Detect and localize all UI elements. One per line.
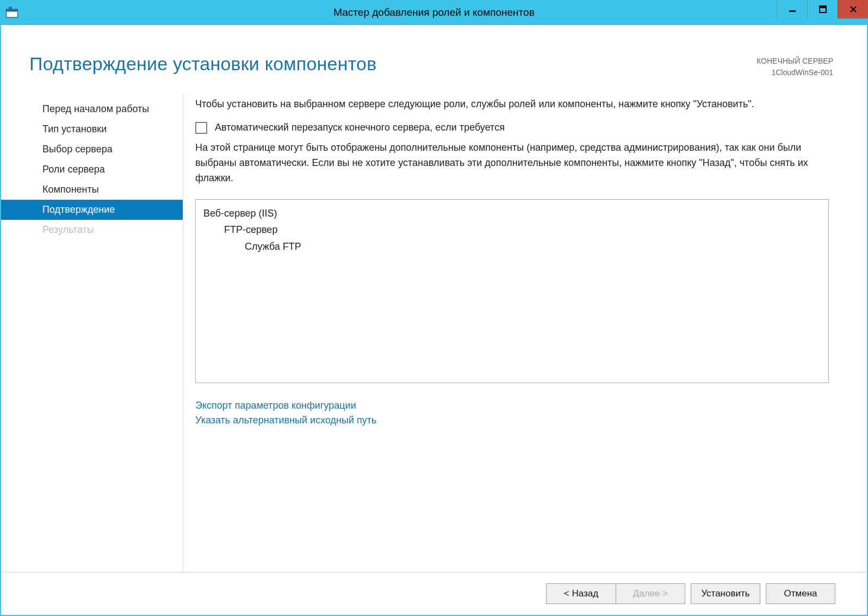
next-button: Далее > bbox=[616, 583, 685, 604]
intro-text: Чтобы установить на выбранном сервере сл… bbox=[195, 97, 829, 112]
cancel-button[interactable]: Отмена bbox=[766, 583, 835, 604]
svg-rect-2 bbox=[9, 7, 12, 10]
titlebar: Мастер добавления ролей и компонентов bbox=[0, 0, 868, 25]
restart-checkbox-label: Автоматический перезапуск конечного серв… bbox=[215, 122, 505, 133]
sidebar: Перед началом работы Тип установки Выбор… bbox=[1, 94, 183, 572]
maximize-button[interactable] bbox=[807, 0, 838, 19]
restart-checkbox-row[interactable]: Автоматический перезапуск конечного серв… bbox=[195, 122, 829, 134]
page-title: Подтверждение установки компонентов bbox=[29, 53, 376, 75]
body: Перед началом работы Тип установки Выбор… bbox=[1, 84, 867, 572]
svg-rect-5 bbox=[820, 6, 826, 8]
svg-rect-3 bbox=[789, 10, 796, 12]
sidebar-item-results: Результаты bbox=[1, 220, 183, 240]
restart-checkbox[interactable] bbox=[195, 122, 207, 134]
svg-rect-1 bbox=[7, 9, 18, 12]
target-name: 1CloudWinSe-001 bbox=[757, 67, 833, 78]
target-label: КОНЕЧНЫЙ СЕРВЕР bbox=[757, 56, 833, 67]
sidebar-item-install-type[interactable]: Тип установки bbox=[1, 119, 183, 139]
export-config-link[interactable]: Экспорт параметров конфигурации bbox=[195, 398, 829, 413]
nav-button-pair: < Назад Далее > bbox=[546, 583, 685, 604]
window-title: Мастер добавления ролей и компонентов bbox=[333, 7, 535, 19]
feature-item: Служба FTP bbox=[203, 238, 821, 255]
install-button[interactable]: Установить bbox=[691, 583, 760, 604]
content: Подтверждение установки компонентов КОНЕ… bbox=[0, 25, 868, 616]
sidebar-item-server-roles[interactable]: Роли сервера bbox=[1, 159, 183, 180]
window-controls bbox=[777, 0, 868, 19]
feature-list[interactable]: Веб-сервер (IIS) FTP-сервер Служба FTP bbox=[195, 199, 829, 383]
minimize-button[interactable] bbox=[777, 0, 807, 19]
sidebar-item-features[interactable]: Компоненты bbox=[1, 180, 183, 200]
main: Чтобы установить на выбранном сервере сл… bbox=[183, 94, 867, 572]
feature-item: Веб-сервер (IIS) bbox=[203, 205, 821, 222]
target-server: КОНЕЧНЫЙ СЕРВЕР 1CloudWinSe-001 bbox=[757, 53, 833, 78]
header: Подтверждение установки компонентов КОНЕ… bbox=[1, 25, 867, 84]
back-button[interactable]: < Назад bbox=[546, 583, 616, 604]
sidebar-item-server-select[interactable]: Выбор сервера bbox=[1, 139, 183, 159]
sidebar-item-confirmation[interactable]: Подтверждение bbox=[1, 200, 183, 220]
note-text: На этой странице могут быть отображены д… bbox=[195, 140, 829, 186]
close-button[interactable] bbox=[838, 0, 868, 19]
footer: < Назад Далее > Установить Отмена bbox=[1, 572, 867, 615]
sidebar-item-before-begin[interactable]: Перед началом работы bbox=[1, 99, 183, 119]
alt-source-link[interactable]: Указать альтернативный исходный путь bbox=[195, 413, 829, 428]
app-icon bbox=[5, 6, 18, 19]
feature-item: FTP-сервер bbox=[203, 221, 821, 238]
links: Экспорт параметров конфигурации Указать … bbox=[195, 398, 829, 428]
